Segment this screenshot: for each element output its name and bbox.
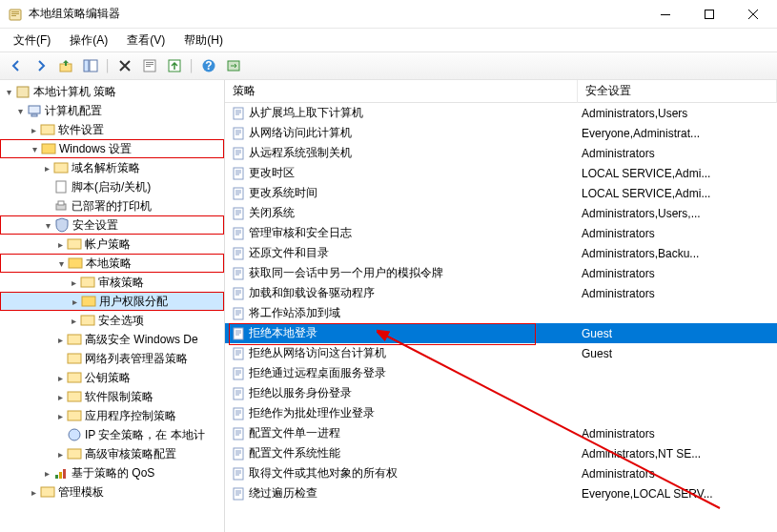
policy-setting: Administrators xyxy=(578,147,777,160)
tree-pane[interactable]: ▾ 本地计算机 策略 ▾ 计算机配置 ▸软件设置 xyxy=(0,80,225,532)
expand-icon[interactable]: ▸ xyxy=(40,158,53,177)
policy-row[interactable]: 更改时区LOCAL SERVICE,Admi... xyxy=(225,163,777,183)
expand-icon[interactable]: ▾ xyxy=(2,82,15,101)
expand-icon[interactable]: ▸ xyxy=(40,463,53,482)
tree-security-options[interactable]: ▸安全选项 xyxy=(0,311,224,330)
policy-row[interactable]: 将工作站添加到域 xyxy=(225,303,777,323)
tree-software[interactable]: ▸软件设置 xyxy=(0,120,224,139)
policy-row[interactable]: 拒绝从网络访问这台计算机Guest xyxy=(225,343,777,363)
tree-computer-config[interactable]: ▾ 计算机配置 xyxy=(0,101,224,120)
column-setting[interactable]: 安全设置 xyxy=(578,80,777,103)
policy-row[interactable]: 关闭系统Administrators,Users,... xyxy=(225,203,777,223)
tree-windows-settings[interactable]: ▾Windows 设置 xyxy=(0,139,224,158)
tree-swrestrict[interactable]: ▸软件限制策略 xyxy=(0,387,224,406)
expand-icon[interactable]: ▾ xyxy=(28,139,41,158)
expand-icon[interactable]: ▾ xyxy=(54,254,68,273)
tree-advanced-fw[interactable]: ▸高级安全 Windows De xyxy=(0,330,224,349)
policy-row[interactable]: 拒绝以服务身份登录 xyxy=(225,383,777,403)
policy-row[interactable]: 拒绝本地登录Guest xyxy=(225,323,777,343)
policy-setting: LOCAL SERVICE,Admi... xyxy=(578,187,777,200)
export-button[interactable] xyxy=(164,55,185,76)
svg-rect-38 xyxy=(55,475,58,479)
policy-row[interactable]: 获取同一会话中另一个用户的模拟令牌Administrators xyxy=(225,263,777,283)
policy-row[interactable]: 拒绝作为批处理作业登录 xyxy=(225,403,777,423)
close-button[interactable] xyxy=(731,0,775,29)
expand-icon[interactable]: ▸ xyxy=(27,482,40,501)
column-policy[interactable]: 策略 xyxy=(225,80,578,103)
expand-icon[interactable]: ▸ xyxy=(53,330,67,349)
tree-security[interactable]: ▾安全设置 xyxy=(0,215,224,235)
policy-name: 从远程系统强制关机 xyxy=(249,145,352,161)
folder-open-icon xyxy=(81,294,96,309)
expand-icon[interactable]: ▸ xyxy=(68,292,81,311)
folder-icon xyxy=(67,332,82,347)
expand-icon[interactable]: ▸ xyxy=(67,273,80,292)
tree-label: 审核策略 xyxy=(98,275,144,291)
expand-icon[interactable]: ▸ xyxy=(67,311,80,330)
policy-row[interactable]: 还原文件和目录Administrators,Backu... xyxy=(225,243,777,263)
tree-netlist[interactable]: ▸网络列表管理器策略 xyxy=(0,349,224,368)
tree-label: 基于策略的 QoS xyxy=(72,465,154,481)
tree-advaudit[interactable]: ▸高级审核策略配置 xyxy=(0,444,224,463)
expand-icon[interactable]: ▸ xyxy=(53,444,67,463)
policy-row[interactable]: 加载和卸载设备驱动程序Administrators xyxy=(225,283,777,303)
tree-label: 公钥策略 xyxy=(85,370,131,386)
policy-row[interactable]: 从网络访问此计算机Everyone,Administrat... xyxy=(225,123,777,143)
menu-file[interactable]: 文件(F) xyxy=(4,30,60,51)
expand-icon[interactable]: ▸ xyxy=(53,406,67,425)
maximize-button[interactable] xyxy=(687,0,731,29)
policy-row[interactable]: 绕过遍历检查Everyone,LOCAL SERV... xyxy=(225,483,777,503)
minimize-button[interactable] xyxy=(644,0,687,29)
policy-row[interactable]: 更改系统时间LOCAL SERVICE,Admi... xyxy=(225,183,777,203)
policy-name: 配置文件系统性能 xyxy=(249,445,340,461)
tree-qos[interactable]: ▸基于策略的 QoS xyxy=(0,463,224,482)
properties-button[interactable] xyxy=(139,55,160,76)
list-body[interactable]: 从扩展坞上取下计算机Administrators,Users从网络访问此计算机E… xyxy=(225,103,777,532)
window-title: 本地组策略编辑器 xyxy=(29,6,644,22)
tree-account-policy[interactable]: ▸帐户策略 xyxy=(0,235,224,254)
svg-rect-46 xyxy=(234,188,243,199)
tree-printers[interactable]: ▸已部署的打印机 xyxy=(0,196,224,215)
svg-rect-18 xyxy=(29,106,40,113)
tree-local-policy[interactable]: ▾本地策略 xyxy=(0,254,224,273)
tree-scripts[interactable]: ▸脚本(启动/关机) xyxy=(0,177,224,196)
up-button[interactable] xyxy=(55,55,76,76)
policy-row[interactable]: 拒绝通过远程桌面服务登录 xyxy=(225,363,777,383)
show-hide-tree-button[interactable] xyxy=(80,55,101,76)
folder-icon xyxy=(40,484,55,500)
tree-user-rights[interactable]: ▸用户权限分配 xyxy=(0,292,224,311)
menu-view[interactable]: 查看(V) xyxy=(117,30,174,51)
policy-row[interactable]: 从远程系统强制关机Administrators xyxy=(225,143,777,163)
policy-row[interactable]: 取得文件或其他对象的所有权Administrators xyxy=(225,463,777,483)
policy-row[interactable]: 从扩展坞上取下计算机Administrators,Users xyxy=(225,103,777,123)
expand-icon[interactable]: ▸ xyxy=(27,120,40,139)
back-button[interactable] xyxy=(6,55,27,76)
expand-icon[interactable]: ▸ xyxy=(53,387,67,406)
svg-rect-60 xyxy=(234,468,243,480)
tree-admin-templates[interactable]: ▸管理模板 xyxy=(0,482,224,501)
tree-audit[interactable]: ▸审核策略 xyxy=(0,273,224,292)
policy-name: 获取同一会话中另一个用户的模拟令牌 xyxy=(249,265,443,281)
expand-icon[interactable]: ▸ xyxy=(53,368,67,387)
delete-button[interactable] xyxy=(114,55,135,76)
action-button[interactable] xyxy=(223,55,244,76)
menu-help[interactable]: 帮助(H) xyxy=(174,30,233,51)
menu-action[interactable]: 操作(A) xyxy=(60,30,117,51)
tree-root[interactable]: ▾ 本地计算机 策略 xyxy=(0,82,224,101)
policy-row[interactable]: 配置文件单一进程Administrators xyxy=(225,423,777,443)
svg-rect-61 xyxy=(234,488,243,500)
svg-rect-57 xyxy=(234,408,243,419)
tree-appctrl[interactable]: ▸应用程序控制策略 xyxy=(0,406,224,425)
policy-row[interactable]: 配置文件系统性能Administrators,NT SE... xyxy=(225,443,777,463)
tree-dns[interactable]: ▸域名解析策略 xyxy=(0,158,224,177)
svg-rect-54 xyxy=(234,348,243,359)
expand-icon[interactable]: ▾ xyxy=(41,215,54,235)
forward-button[interactable] xyxy=(31,55,51,76)
expand-icon[interactable]: ▾ xyxy=(13,101,27,120)
policy-name: 绕过遍历检查 xyxy=(249,485,317,501)
policy-row[interactable]: 管理审核和安全日志Administrators xyxy=(225,223,777,243)
expand-icon[interactable]: ▸ xyxy=(53,235,67,254)
tree-pubkey[interactable]: ▸公钥策略 xyxy=(0,368,224,387)
tree-ipsec[interactable]: ▸IP 安全策略，在 本地计 xyxy=(0,425,224,444)
help-button[interactable]: ? xyxy=(198,55,219,76)
